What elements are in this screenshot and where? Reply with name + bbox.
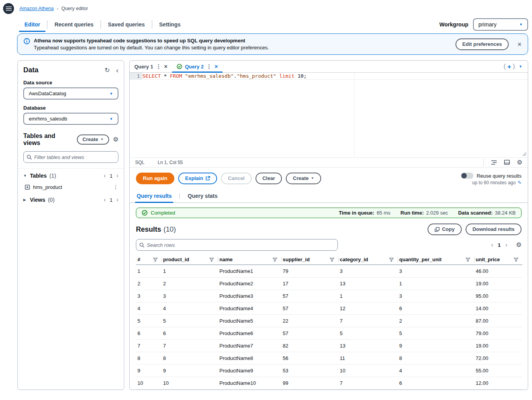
filter-tables-search[interactable]: [23, 151, 118, 163]
copy-label: Copy: [442, 226, 455, 233]
filter-funnel-icon[interactable]: [209, 257, 214, 262]
format-query-icon[interactable]: [491, 160, 497, 165]
workgroup-select-value: primary: [478, 21, 497, 28]
views-prev-page-icon[interactable]: ‹: [104, 197, 106, 203]
copy-button[interactable]: Copy: [428, 224, 462, 235]
views-next-page-icon[interactable]: ›: [116, 197, 118, 203]
query-tab-2-menu-icon[interactable]: ⋮: [207, 63, 212, 70]
chevron-down-icon[interactable]: ▼: [23, 174, 27, 178]
table-cell: ProductName3: [218, 290, 281, 302]
table-item-hms-product[interactable]: hms_product ⋮: [23, 181, 118, 193]
query-editor-panel: Query 1 ⋮ × Query 2 ⋮ × ( + ) ▼: [129, 60, 528, 390]
run-again-button[interactable]: Run again: [136, 173, 174, 184]
tab-saved-queries[interactable]: Saved queries: [101, 17, 152, 32]
toggle-knob: [461, 173, 467, 178]
breadcrumb-link-athena[interactable]: Amazon Athena: [19, 6, 54, 11]
tab-divider: [179, 193, 180, 199]
explain-button[interactable]: Explain: [178, 173, 217, 184]
query-tab-2[interactable]: Query 2 ⋮ ×: [172, 61, 223, 72]
collapse-panel-icon[interactable]: ‹: [116, 67, 118, 74]
breadcrumb-current: Query editor: [61, 6, 88, 11]
code-line[interactable]: SELECT * FROM "emrhms_salesdb"."hms_prod…: [143, 73, 528, 79]
edit-preferences-button[interactable]: Edit preferences: [456, 38, 509, 50]
filter-funnel-icon[interactable]: [389, 257, 394, 262]
tables-count: (1): [49, 173, 56, 179]
expand-table-icon[interactable]: [25, 185, 30, 190]
create-button[interactable]: Create ▼: [77, 134, 109, 145]
hamburger-icon: [6, 6, 12, 11]
table-cell: 13: [338, 278, 398, 290]
column-label: supplier_id: [283, 257, 309, 262]
tab-list-dropdown-icon[interactable]: ▼: [519, 65, 522, 68]
tab-settings[interactable]: Settings: [152, 17, 188, 32]
table-cell: 57: [281, 290, 338, 302]
table-cell: 7: [338, 315, 398, 327]
download-results-button[interactable]: Download results: [466, 224, 522, 235]
results-header: Results (10) Copy Download results: [130, 218, 528, 239]
column-header-category_id: category_id: [338, 255, 398, 265]
filter-funnel-icon[interactable]: [466, 257, 470, 262]
nav-menu-button[interactable]: [3, 3, 14, 14]
data-source-select[interactable]: AwsDataCatalog ▼: [23, 87, 118, 100]
table-cell: 6: [398, 302, 474, 315]
reuse-query-results-toggle[interactable]: [461, 173, 473, 179]
table-cell: 7: [136, 340, 162, 352]
gear-icon[interactable]: ⚙: [113, 136, 118, 143]
tables-next-page-icon[interactable]: ›: [116, 173, 118, 179]
tab-query-results[interactable]: Query results: [135, 189, 173, 203]
tab-recent-queries[interactable]: Recent queries: [47, 17, 100, 32]
table-cell: 9: [398, 340, 474, 352]
table-row: 33ProductName3571395.00: [136, 290, 522, 302]
query-tab-1[interactable]: Query 1 ⋮ ×: [130, 61, 172, 72]
database-select[interactable]: emrhms_salesdb ▼: [23, 113, 118, 125]
table-item-menu-icon[interactable]: ⋮: [113, 184, 118, 190]
code-token: *: [161, 73, 170, 79]
table-row: 44ProductName45712614.00: [136, 302, 522, 315]
table-cell: 14.00: [474, 302, 522, 315]
column-label: quantity_per_unit: [399, 257, 442, 262]
close-tab-icon[interactable]: ×: [164, 63, 167, 70]
edit-pencil-icon[interactable]: ✎: [518, 180, 522, 185]
table-cell: 53: [281, 365, 338, 377]
create-dropdown-button[interactable]: Create ▼: [286, 173, 321, 184]
resize-handle-icon[interactable]: [522, 152, 527, 156]
search-rows-input[interactable]: [147, 242, 334, 248]
tables-and-views-heading: Tables and views: [23, 133, 73, 147]
success-check-icon: [142, 210, 148, 216]
chevron-right-icon[interactable]: ▶: [23, 198, 27, 202]
close-tab-icon[interactable]: ×: [215, 63, 218, 70]
tab-query-stats[interactable]: Query stats: [186, 189, 219, 203]
paren-decoration: ): [513, 63, 515, 70]
workgroup-select[interactable]: primary ▼: [473, 18, 528, 31]
views-section-label[interactable]: Views: [30, 197, 45, 203]
dismiss-banner-button[interactable]: ×: [517, 41, 522, 47]
results-page-number[interactable]: 1: [498, 242, 501, 248]
refresh-icon[interactable]: ↻: [105, 67, 110, 73]
filter-funnel-icon[interactable]: [153, 257, 158, 262]
minimize-editor-icon[interactable]: [504, 160, 510, 165]
results-next-page-icon[interactable]: ›: [505, 242, 507, 248]
cancel-button: Cancel: [221, 173, 252, 184]
breadcrumb-separator: ›: [57, 6, 58, 11]
table-cell: 1: [398, 278, 474, 290]
clear-button[interactable]: Clear: [256, 173, 282, 184]
sql-code-editor[interactable]: 1 SELECT * FROM "emrhms_salesdb"."hms_pr…: [130, 73, 528, 157]
table-cell: 6: [136, 327, 162, 340]
filter-tables-input[interactable]: [34, 154, 115, 160]
filter-funnel-icon[interactable]: [330, 257, 334, 262]
tables-prev-page-icon[interactable]: ‹: [104, 173, 106, 179]
filter-funnel-icon[interactable]: [514, 257, 518, 262]
new-tab-icon[interactable]: +: [507, 63, 511, 70]
tables-section-label[interactable]: Tables: [30, 173, 47, 179]
editor-preferences-gear-icon[interactable]: ⚙: [517, 159, 522, 166]
query-tab-1-menu-icon[interactable]: ⋮: [156, 63, 161, 70]
table-cell: ProductName1: [218, 265, 281, 278]
results-settings-gear-icon[interactable]: ⚙: [516, 242, 522, 248]
line-number: 1: [130, 73, 143, 79]
results-prev-page-icon[interactable]: ‹: [491, 242, 493, 248]
filter-funnel-icon[interactable]: [273, 257, 277, 262]
table-row: 66ProductName6575579.00: [136, 327, 522, 340]
tab-editor[interactable]: Editor: [17, 17, 47, 32]
search-rows-box[interactable]: [136, 239, 338, 251]
tables-section-row: ▼ Tables (1) ‹ 1 ›: [23, 169, 118, 181]
